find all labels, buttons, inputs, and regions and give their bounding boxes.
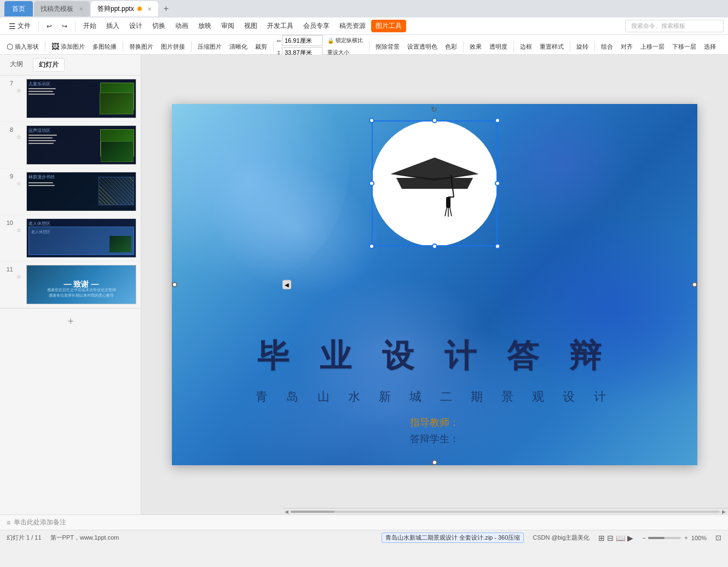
add-image-icon: 🖼 [51, 42, 59, 51]
tab-home[interactable]: 首页 [4, 1, 33, 16]
menu-sep-1 [38, 21, 39, 31]
tb-sep-7 [513, 41, 514, 52]
thumb-7-bottom-img [100, 92, 134, 114]
scroll-right-arrow[interactable]: ▶ [722, 509, 726, 514]
search-box[interactable]: 搜索命令、搜索模板 [625, 20, 724, 32]
add-slide-button[interactable]: ＋ [0, 308, 141, 333]
tb-sep-2 [123, 41, 123, 52]
insert-shape-btn[interactable]: ⬡ 插入形状 [3, 40, 42, 53]
zoom-in-btn[interactable]: ＋ [683, 534, 689, 542]
select-btn[interactable]: 选择 [701, 41, 719, 53]
reading-view-btn[interactable]: 📖 [616, 534, 625, 542]
multi-carousel-btn[interactable]: 多图轮播 [89, 41, 120, 53]
scrollbar-thumb[interactable] [291, 511, 334, 513]
reset-style-btn[interactable]: 重置样式 [536, 41, 567, 53]
csdn-label: CSDN @big主题美化 [533, 534, 590, 542]
slide-item-11[interactable]: 11 ☆ — 致谢 — 感谢您在百忙之中莅临本次毕业论文答辩感谢各位老师长期以来… [0, 262, 141, 308]
menu-slideshow[interactable]: 放映 [194, 19, 216, 33]
template-hint-label: 第一PPT，www.1ppt.com [50, 534, 119, 542]
menu-animation[interactable]: 动画 [171, 19, 193, 33]
menu-insert[interactable]: 插入 [102, 19, 124, 33]
thumb-9-title: 林荫漫步书径 [28, 174, 55, 180]
group-btn[interactable]: 组合 [598, 41, 616, 53]
menu-resource[interactable]: 稿壳资源 [335, 19, 370, 33]
menu-design[interactable]: 设计 [125, 19, 147, 33]
tab-template[interactable]: 找稿壳模板 ✕ [34, 1, 90, 16]
slide-num-8: 8 [4, 126, 13, 133]
menu-dev[interactable]: 开发工具 [263, 19, 298, 33]
thumb-7-lines [28, 88, 56, 96]
slide-sorter-btn[interactable]: ⊟ [607, 534, 614, 542]
menu-review[interactable]: 审阅 [217, 19, 239, 33]
compress-btn[interactable]: 压缩图片 [194, 41, 225, 53]
handle-br[interactable] [495, 244, 500, 249]
handle-ml[interactable] [369, 181, 374, 186]
send-backward-btn[interactable]: 下移一层 [669, 41, 700, 53]
canvas-handle-bottom[interactable] [432, 460, 437, 465]
handle-bl[interactable] [369, 244, 374, 249]
width-input[interactable] [282, 35, 323, 46]
normal-view-btn[interactable]: ⊞ [598, 534, 605, 542]
tab-file-close[interactable]: ✕ [147, 6, 152, 12]
lock-ratio-btn[interactable]: 🔒 锁定纵横比 [324, 35, 366, 46]
thumb-10-title: 老人休憩区 [28, 221, 50, 227]
horizontal-scrollbar[interactable]: ◀ ▶ [282, 508, 728, 514]
menu-view[interactable]: 视图 [240, 19, 262, 33]
menu-transition[interactable]: 切换 [148, 19, 170, 33]
fit-window-btn[interactable]: ⊡ [715, 534, 721, 542]
menu-undo[interactable]: ↩ [42, 20, 56, 32]
tab-outline[interactable]: 大纲 [4, 58, 28, 72]
tab-slides[interactable]: 幻灯片 [33, 58, 65, 72]
bring-forward-btn[interactable]: 上移一层 [637, 41, 668, 53]
handle-tr[interactable] [495, 118, 500, 123]
zoom-controls: − ＋ 100% [642, 534, 707, 542]
handle-top[interactable] [432, 118, 437, 123]
handle-mr[interactable] [495, 181, 500, 186]
notes-bar[interactable]: ≡ 单击此处添加备注 [0, 514, 728, 530]
colorize-btn[interactable]: 色彩 [442, 41, 460, 53]
scrollbar-track [291, 511, 720, 513]
tab-file[interactable]: 答辩ppt.pptx ✕ [91, 1, 158, 16]
slide-thumb-11: — 致谢 — 感谢您在百忙之中莅临本次毕业论文答辩感谢各位老师长期以来对我的悉心… [26, 265, 136, 304]
slide-thumb-8: 运声活功区 [26, 125, 136, 165]
canvas-handle-left[interactable] [172, 282, 177, 287]
zoom-slider-thumb[interactable] [648, 537, 665, 539]
menu-vip[interactable]: 会员专享 [299, 19, 334, 33]
menu-start[interactable]: 开始 [79, 19, 101, 33]
slide-item-8[interactable]: 8 ☆ 运声活功区 [0, 122, 141, 169]
grad-cap-container[interactable]: ↻ [372, 120, 498, 246]
slide-item-7[interactable]: 7 ☆ 儿童乐示区 [0, 76, 141, 122]
transparency-btn[interactable]: 透明度 [486, 41, 511, 53]
remove-bg-btn[interactable]: 抠除背景 [372, 41, 403, 53]
border-btn[interactable]: 边框 [517, 41, 535, 53]
align-btn[interactable]: 对齐 [617, 41, 636, 53]
tab-template-close[interactable]: ✕ [79, 6, 83, 12]
menu-redo[interactable]: ↪ [57, 20, 72, 32]
thumb-9-map [99, 177, 134, 205]
thumb-10-inner-img [109, 236, 131, 252]
notes-hint: 单击此处添加备注 [14, 518, 66, 527]
slide-item-9[interactable]: 9 ☆ 林荫漫步书径 [0, 169, 141, 215]
menu-file[interactable]: ☰ 文件 [4, 19, 35, 33]
replace-image-btn[interactable]: 替换图片 [126, 41, 157, 53]
zoom-out-btn[interactable]: − [642, 535, 645, 541]
image-mosaic-btn[interactable]: 图片拼接 [158, 41, 188, 53]
sidebar-collapse-btn[interactable]: ◀ [282, 280, 291, 290]
effects-btn[interactable]: 效果 [466, 41, 485, 53]
sharpen-btn[interactable]: 清晰化 [226, 41, 251, 53]
slideshow-btn[interactable]: ▶ [627, 534, 633, 542]
menu-image-tools[interactable]: 图片工具 [371, 20, 406, 32]
handle-bottom[interactable] [432, 244, 437, 249]
crop-btn[interactable]: 裁剪 [252, 41, 270, 53]
add-tab-button[interactable]: + [159, 4, 173, 14]
canvas-handle-right[interactable] [692, 282, 697, 287]
handle-tl[interactable] [369, 118, 374, 123]
rotate-handle[interactable]: ↻ [431, 105, 438, 113]
rotate-btn[interactable]: 旋转 [573, 41, 592, 53]
set-transparent-btn[interactable]: 设置透明色 [404, 41, 441, 53]
slide-thumb-10: 老人休憩区 老人休憩区 [26, 218, 136, 258]
menu-icon-file: ☰ [9, 22, 16, 31]
scroll-left-arrow[interactable]: ◀ [285, 509, 288, 514]
add-image-btn[interactable]: 🖼 添加图片 [48, 40, 88, 53]
slide-item-10[interactable]: 10 ☆ 老人休憩区 老人休憩区 [0, 215, 141, 262]
